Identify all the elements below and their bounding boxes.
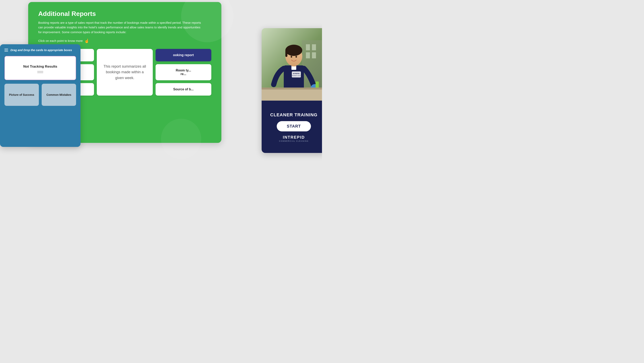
- drop-box-label-2: Common Mistakes: [46, 93, 72, 96]
- start-button[interactable]: START: [277, 121, 311, 132]
- drop-boxes: Picture of Success Common Mistakes: [4, 84, 76, 106]
- drag-card[interactable]: Not Tracking Results: [4, 56, 76, 80]
- click-hint-text: Click on each point to know more: [38, 39, 83, 42]
- svg-rect-2: [306, 44, 310, 50]
- svg-rect-13: [285, 50, 288, 57]
- svg-text:INTREPID: INTREPID: [293, 73, 300, 74]
- svg-rect-5: [312, 52, 316, 58]
- booking-btn-2[interactable]: ooking report: [156, 49, 211, 61]
- svg-point-12: [285, 45, 302, 56]
- drop-box-common-mistakes[interactable]: Common Mistakes: [42, 84, 76, 106]
- cleaner-training-title: CLEANER TRAINING: [270, 112, 318, 118]
- hand-icon: ☝: [84, 38, 89, 43]
- green-card-title: Additional Reports: [38, 10, 211, 18]
- svg-text:PROPERTY SVCS: PROPERTY SVCS: [292, 75, 301, 76]
- svg-point-14: [290, 56, 292, 58]
- green-card-description: Booking reports are a type of sales repo…: [38, 20, 203, 34]
- blue-drag-drop-card: Drag and Drop the cards to appropriate b…: [0, 44, 80, 147]
- cleaner-photo: INTREPID PROPERTY SVCS: [262, 28, 322, 100]
- intrepid-brand-sub: COMMERCIAL CLEANING: [279, 140, 308, 142]
- booking-btn-source[interactable]: Source of b...: [156, 83, 211, 96]
- svg-rect-4: [306, 52, 310, 58]
- svg-rect-16: [262, 88, 322, 100]
- blue-card-header: Drag and Drop the cards to appropriate b…: [4, 48, 76, 52]
- svg-rect-17: [262, 88, 322, 90]
- click-hint: Click on each point to know more ☝: [38, 38, 211, 43]
- cleaner-bottom: CLEANER TRAINING START INTREPID COMMERCI…: [262, 100, 322, 153]
- svg-rect-3: [312, 44, 316, 50]
- drag-handle: [37, 71, 43, 73]
- booking-center-text: This report summarizes all bookings made…: [97, 49, 152, 96]
- intrepid-footer: INTREPID COMMERCIAL CLEANING: [279, 135, 308, 142]
- booking-btn-room[interactable]: Room ty...re...: [156, 64, 211, 80]
- blue-card-title: Drag and Drop the cards to appropriate b…: [10, 48, 72, 52]
- drop-box-picture-of-success[interactable]: Picture of Success: [4, 84, 39, 106]
- intrepid-brand-name: INTREPID: [283, 135, 305, 140]
- svg-point-15: [296, 56, 297, 58]
- drag-card-label: Not Tracking Results: [23, 64, 57, 68]
- cleaner-training-card: INTREPID PROPERTY SVCS CLEANER TRAINING …: [262, 28, 322, 153]
- cleaner-photo-svg: INTREPID PROPERTY SVCS: [262, 28, 322, 100]
- drop-box-label-1: Picture of Success: [9, 93, 34, 96]
- hamburger-icon[interactable]: [4, 49, 8, 52]
- svg-rect-18: [292, 72, 301, 78]
